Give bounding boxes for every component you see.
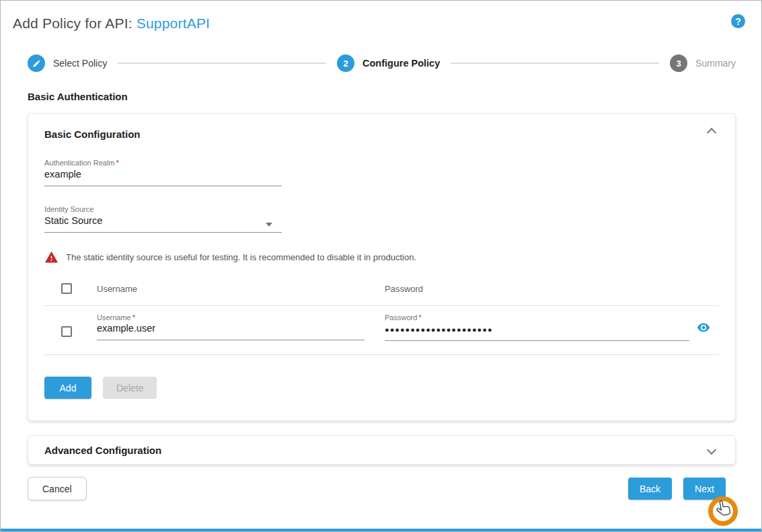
policy-name-heading: Basic Authentication [28, 91, 734, 102]
step-label-summary: Summary [695, 58, 736, 69]
basic-configuration-card: Basic Configuration Authentication Realm… [28, 113, 736, 421]
static-source-warning: The static identity source is useful for… [44, 250, 719, 264]
stepper-connector [451, 63, 659, 64]
header-password-cell: Password [385, 282, 719, 295]
wizard-stepper: Select Policy 2 Configure Policy 3 Summa… [28, 54, 736, 72]
table-header-row: Username Password [44, 271, 719, 306]
step-select-policy[interactable]: Select Policy [28, 54, 107, 72]
row-checkbox-cell [44, 313, 97, 341]
step-2-indicator: 2 [337, 54, 354, 72]
required-marker: * [132, 313, 135, 321]
step-label-select-policy: Select Policy [53, 58, 107, 69]
table-row: Username* example.user Password* ●●●●●●●… [44, 306, 719, 355]
delete-button[interactable]: Delete [103, 377, 157, 399]
username-input[interactable]: example.user [97, 321, 365, 340]
page-title: Add Policy for API:SupportAPI [13, 15, 749, 32]
select-all-checkbox[interactable] [61, 283, 72, 294]
step-configure-policy[interactable]: 2 Configure Policy [337, 54, 440, 72]
add-policy-dialog: Add Policy for API:SupportAPI ? Select P… [0, 0, 762, 532]
authentication-realm-label-text: Authentication Realm [44, 159, 115, 167]
add-button[interactable]: Add [44, 377, 91, 399]
required-marker: * [418, 313, 421, 321]
password-label-text: Password [385, 313, 417, 321]
page-title-prefix: Add Policy for API: [13, 15, 132, 31]
username-field[interactable]: Username* example.user [97, 313, 365, 340]
dialog-header: Add Policy for API:SupportAPI ? [1, 1, 761, 32]
dropdown-arrow-icon[interactable] [266, 223, 272, 227]
step-summary: 3 Summary [670, 54, 736, 72]
collapse-chevron-up-icon[interactable] [707, 128, 716, 137]
identity-source-label: Identity Source [44, 205, 282, 213]
help-icon[interactable]: ? [731, 14, 745, 28]
hand-pointer-cursor-icon [712, 497, 736, 523]
table-action-buttons: Add Delete [44, 377, 719, 399]
advanced-configuration-title: Advanced Configuration [44, 445, 161, 456]
warning-triangle-icon [44, 250, 59, 264]
expand-chevron-down-icon[interactable] [707, 445, 716, 455]
username-field-label: Username* [97, 313, 365, 321]
pencil-icon [28, 54, 45, 72]
back-button[interactable]: Back [628, 478, 672, 500]
row-password-cell: Password* ●●●●●●●●●●●●●●●●●●●●● [385, 313, 719, 341]
password-field[interactable]: Password* ●●●●●●●●●●●●●●●●●●●●● [385, 313, 689, 341]
stepper-connector [118, 63, 326, 64]
wizard-footer: Cancel Back Next [28, 477, 726, 500]
cancel-button[interactable]: Cancel [28, 477, 87, 500]
password-field-label: Password* [385, 313, 689, 321]
username-column-header: Username [97, 284, 137, 294]
username-label-text: Username [97, 313, 131, 321]
static-users-table: Username Password Username* example.user [44, 271, 719, 355]
page-title-api-name: SupportAPI [137, 15, 210, 31]
authentication-realm-input[interactable]: example [44, 167, 282, 186]
password-column-header: Password [385, 284, 423, 294]
step-3-indicator: 3 [670, 54, 687, 72]
identity-source-select[interactable]: Static Source [44, 213, 282, 233]
header-username-cell: Username [97, 282, 385, 295]
row-username-cell: Username* example.user [97, 313, 385, 341]
authentication-realm-label: Authentication Realm* [44, 159, 282, 167]
show-password-eye-icon[interactable] [696, 320, 711, 335]
authentication-realm-field[interactable]: Authentication Realm* example [44, 159, 282, 186]
basic-configuration-header: Basic Configuration [44, 128, 719, 140]
required-marker: * [116, 159, 119, 167]
window-bottom-accent-bar [1, 529, 761, 531]
identity-source-field[interactable]: Identity Source Static Source [44, 205, 282, 233]
header-checkbox-cell [44, 283, 97, 294]
warning-text: The static identity source is useful for… [66, 252, 416, 262]
step-label-configure-policy: Configure Policy [363, 58, 440, 69]
footer-right-buttons: Back Next [628, 478, 726, 500]
advanced-configuration-card[interactable]: Advanced Configuration [28, 435, 736, 465]
password-input[interactable]: ●●●●●●●●●●●●●●●●●●●●● [385, 321, 689, 341]
basic-configuration-title: Basic Configuration [44, 128, 141, 140]
row-checkbox[interactable] [61, 326, 72, 337]
